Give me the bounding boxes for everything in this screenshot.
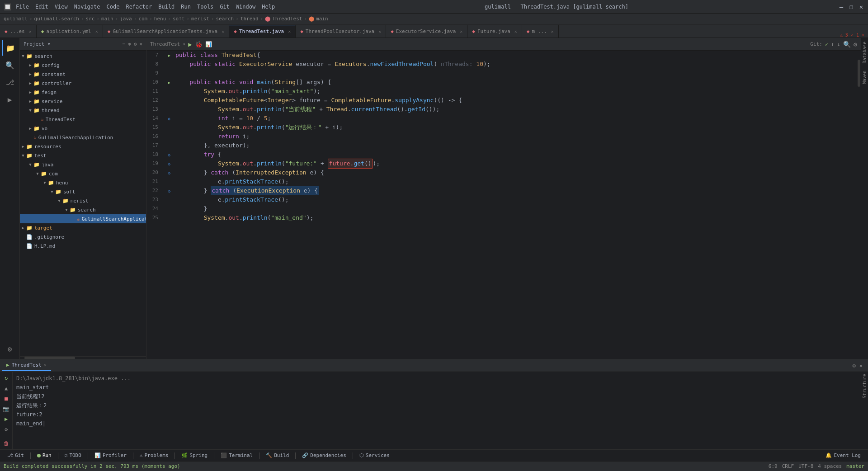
- toolbar-event-log[interactable]: 🔔 Event Log: [822, 452, 864, 459]
- search-icon[interactable]: 🔍: [843, 41, 851, 48]
- tree-item-config[interactable]: ▶ 📁 config: [20, 61, 146, 70]
- menu-help[interactable]: Help: [262, 4, 275, 10]
- editor-scrollbar[interactable]: [857, 51, 861, 359]
- git-pull-icon[interactable]: ↓: [837, 41, 840, 47]
- tree-item-search[interactable]: ▼ 📁 search: [20, 52, 146, 61]
- tab-close-future[interactable]: ✕: [514, 29, 517, 34]
- toolbar-problems[interactable]: ⚠ Problems: [136, 452, 172, 459]
- profile-button[interactable]: 📊: [205, 41, 212, 47]
- breadcrumb-item-java[interactable]: java: [120, 16, 132, 22]
- menu-tools[interactable]: Tools: [197, 4, 213, 10]
- run-stop-icon[interactable]: ■: [2, 395, 11, 403]
- menu-build[interactable]: Build: [158, 4, 175, 10]
- locate-file-icon[interactable]: ⊕: [128, 41, 131, 47]
- debug-button[interactable]: 🐞: [195, 41, 203, 48]
- run-config-dropdown[interactable]: ▾: [183, 42, 185, 47]
- tree-item-hlpmd[interactable]: 📄 H.LP.md: [20, 241, 146, 250]
- tab-close-executor[interactable]: ✕: [460, 29, 462, 34]
- maven-label[interactable]: Maven: [861, 67, 868, 88]
- gutter-run-10[interactable]: ▶: [165, 78, 174, 87]
- tab-gulimall-search-app-tests[interactable]: ◆ GulimallSearchApplicationTests.java ✕: [103, 25, 229, 38]
- indent[interactable]: 4 spaces: [818, 463, 842, 469]
- run-tab-close[interactable]: ✕: [44, 363, 47, 367]
- breadcrumb-item-threadtest-label[interactable]: ThreadTest: [272, 16, 302, 22]
- breadcrumb-item-main-label[interactable]: main: [316, 16, 328, 22]
- breadcrumb-item-thread[interactable]: thread: [241, 16, 259, 22]
- run-resume-icon[interactable]: ▶: [2, 415, 11, 424]
- tree-item-gulimall-search-app-test[interactable]: ☕ GulimallSearchApplication: [20, 214, 146, 223]
- run-restart-icon[interactable]: ↻: [2, 374, 11, 382]
- activity-project[interactable]: 📁: [2, 40, 18, 56]
- tree-item-gulimall-search-app[interactable]: ☕ GulimallSearchApplication: [20, 133, 146, 142]
- toolbar-services[interactable]: ⬡ Services: [356, 452, 393, 459]
- tab-es[interactable]: ◆ ...es ✕: [0, 25, 37, 38]
- tree-item-resources[interactable]: ▶ 📁 resources: [20, 142, 146, 151]
- breadcrumb-item-gulimall[interactable]: gulimall: [4, 16, 28, 22]
- breadcrumb-item-main[interactable]: main: [101, 16, 113, 22]
- tree-item-vo[interactable]: ▶ 📁 vo: [20, 124, 146, 133]
- toolbar-git[interactable]: ⎇ Git: [4, 452, 28, 459]
- tree-item-search2[interactable]: ▼ 📁 search: [20, 205, 146, 214]
- code-content[interactable]: public class ThreadTest{ public static E…: [174, 51, 857, 359]
- breadcrumb-item-gulimall-search[interactable]: gulimall-search: [34, 16, 79, 22]
- tab-future[interactable]: ◆ Future.java ✕: [467, 25, 522, 38]
- menu-view[interactable]: View: [55, 4, 68, 10]
- tree-item-threadtest[interactable]: ☕ ThreadTest: [20, 115, 146, 124]
- collapse-all-icon[interactable]: ≡: [123, 41, 126, 47]
- project-panel-actions[interactable]: ≡ ⊕ ⚙ ✕: [123, 41, 143, 47]
- tab-close-es[interactable]: ✕: [29, 29, 32, 34]
- tree-item-test[interactable]: ▼ 📁 test: [20, 151, 146, 160]
- run-button[interactable]: ▶: [188, 41, 192, 48]
- breadcrumb-item-soft[interactable]: soft: [173, 16, 185, 22]
- gutter-run-7[interactable]: ▶: [165, 51, 174, 60]
- menu-navigate[interactable]: Navigate: [74, 4, 100, 10]
- tab-application-yml[interactable]: ◆ application.yml ✕: [37, 25, 103, 38]
- window-controls[interactable]: — ❐ ✕: [838, 4, 864, 10]
- minimize-button[interactable]: —: [838, 4, 844, 10]
- tree-item-service[interactable]: ▶ 📁 service: [20, 97, 146, 106]
- close-button[interactable]: ✕: [858, 4, 864, 10]
- tree-item-henu[interactable]: ▼ 📁 henu: [20, 178, 146, 187]
- tab-executor-service[interactable]: ◆ ExecutorService.java ✕: [386, 25, 467, 38]
- activity-run[interactable]: ▶: [2, 91, 18, 108]
- toolbar-spring[interactable]: 🌿 Spring: [178, 452, 211, 459]
- tree-item-thread[interactable]: ▼ 📁 thread: [20, 106, 146, 115]
- run-tab[interactable]: ▶ ThreadTest ✕: [2, 360, 51, 371]
- settings-icon[interactable]: ⚙: [854, 41, 857, 48]
- run-screenshot-icon[interactable]: 📷: [2, 405, 11, 413]
- menu-code[interactable]: Code: [107, 4, 120, 10]
- database-label[interactable]: Database: [861, 38, 868, 67]
- toolbar-dependencies[interactable]: 🔗 Dependencies: [298, 452, 349, 459]
- breadcrumb-item-merist[interactable]: merist: [191, 16, 209, 22]
- breadcrumb-item-threadtest[interactable]: ⬤: [265, 16, 270, 22]
- run-panel-settings[interactable]: ⚙: [853, 363, 856, 369]
- git-branch[interactable]: master: [846, 463, 864, 469]
- tab-close-threadpool[interactable]: ✕: [378, 29, 381, 34]
- code-editor[interactable]: 7 8 9 10 11 12 13 14 15 16 17 18 19 20 2…: [146, 51, 861, 359]
- activity-git[interactable]: ⎇: [2, 74, 18, 90]
- breadcrumb-item-main-method[interactable]: ⬤: [309, 16, 314, 22]
- git-push-icon[interactable]: ↑: [831, 41, 834, 47]
- panel-close-icon[interactable]: ✕: [139, 41, 142, 47]
- tree-item-feign[interactable]: ▶ 📁 feign: [20, 88, 146, 97]
- line-ending[interactable]: CRLF: [782, 463, 794, 469]
- tree-item-soft[interactable]: ▼ 📁 soft: [20, 187, 146, 196]
- run-panel-close[interactable]: ✕: [859, 363, 863, 369]
- project-dropdown[interactable]: Project ▾: [24, 41, 51, 47]
- toolbar-build[interactable]: 🔨 Build: [262, 452, 292, 459]
- panel-settings-icon[interactable]: ⚙: [134, 41, 137, 47]
- tab-close-threadtest[interactable]: ✕: [288, 29, 291, 34]
- menu-file[interactable]: File: [16, 4, 29, 10]
- menu-run[interactable]: Run: [181, 4, 191, 10]
- tab-more[interactable]: ◆ m ... ✕: [522, 25, 559, 38]
- run-settings-icon[interactable]: ⚙: [2, 425, 11, 434]
- toolbar-run[interactable]: Run: [33, 452, 55, 459]
- menu-bar[interactable]: File Edit View Navigate Code Refactor Bu…: [16, 4, 275, 10]
- toolbar-terminal[interactable]: ⬛ Terminal: [217, 452, 256, 459]
- activity-search[interactable]: 🔍: [2, 57, 18, 73]
- menu-edit[interactable]: Edit: [35, 4, 48, 10]
- toolbar-profiler[interactable]: 📊 Profiler: [91, 452, 130, 459]
- toolbar-todo[interactable]: ☑ TODO: [61, 452, 85, 459]
- tree-item-com[interactable]: ▼ 📁 com: [20, 169, 146, 178]
- tree-item-merist[interactable]: ▼ 📁 merist: [20, 196, 146, 205]
